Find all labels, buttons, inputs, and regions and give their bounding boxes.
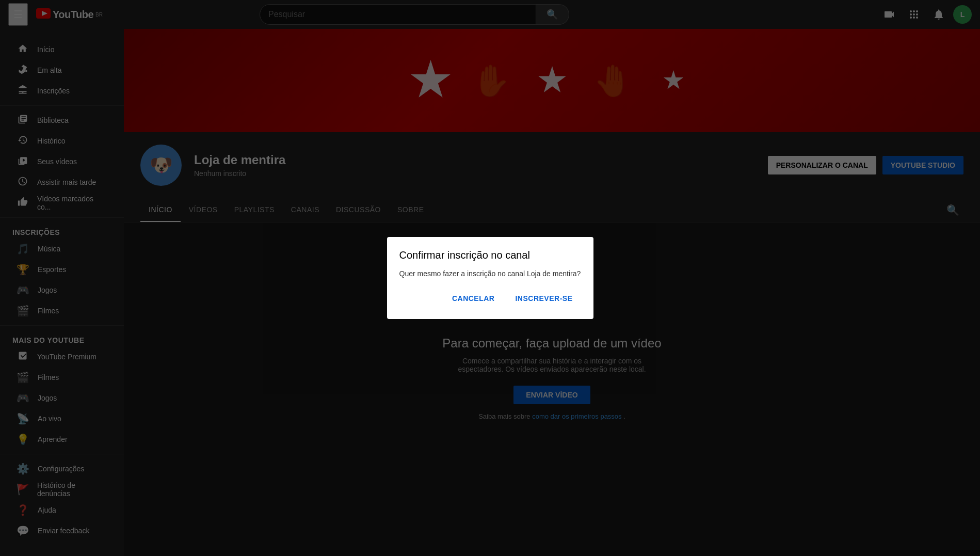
confirm-subscribe-dialog: Confirmar inscrição no canal Quer mesmo … — [387, 237, 593, 319]
dialog-title: Confirmar inscrição no canal — [399, 249, 581, 261]
dialog-actions: CANCELAR INSCREVER-SE — [399, 290, 581, 307]
cancel-subscribe-button[interactable]: CANCELAR — [444, 290, 503, 307]
dialog-body: Quer mesmo fazer a inscrição no canal Lo… — [399, 269, 581, 278]
confirm-subscribe-button[interactable]: INSCREVER-SE — [507, 290, 581, 307]
dialog-overlay: Confirmar inscrição no canal Quer mesmo … — [0, 0, 980, 556]
